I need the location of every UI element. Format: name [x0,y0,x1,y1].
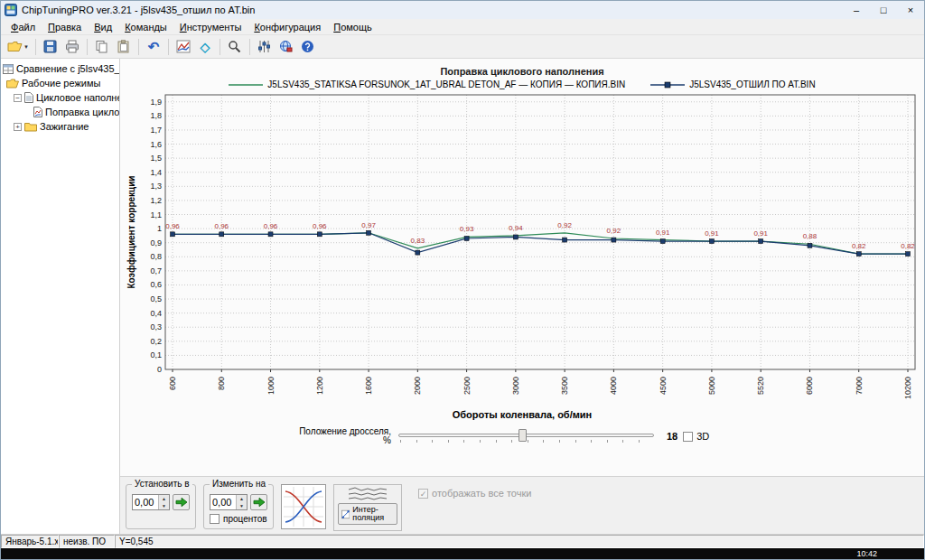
undo-button[interactable]: ↶ [143,37,164,57]
tree-item-label: Рабочие режимы [22,78,100,89]
titlebar: ChipTuningPRO ver.3.21 - j5lsv435_отшил … [1,1,924,19]
svg-text:3500: 3500 [560,377,569,395]
tree-item-label: Зажигание [40,121,89,132]
svg-text:1,7: 1,7 [150,126,162,135]
save-button[interactable] [40,37,61,57]
svg-text:2500: 2500 [462,377,472,395]
collapse-icon[interactable]: − [14,94,22,102]
legend-label: J5LSV435_ОТШИЛ ПО AT.BIN [689,79,815,89]
edit-panel: Установить в ▲ ▼ [120,476,924,534]
svg-text:0,7: 0,7 [150,266,162,275]
menu-item-view[interactable]: Вид [88,21,118,33]
checkbox-label: 3D [696,431,709,442]
toolbar-separator [35,39,36,55]
interpolation-button[interactable]: Интер-поляция [338,503,397,525]
menu-item-configuration[interactable]: Конфигурация [248,21,327,33]
interpolation-label: Интер-поляция [352,506,394,522]
svg-text:0,96: 0,96 [214,222,229,230]
expand-icon[interactable]: + [14,123,22,131]
menu-item-help[interactable]: Помощь [327,21,378,33]
menu-item-commands[interactable]: Команды [118,21,173,33]
print-button[interactable] [61,37,83,57]
set-value-input[interactable] [133,495,158,509]
open-button[interactable]: ▼ [5,37,32,57]
legend-item-otshil: J5LSV435_ОТШИЛ ПО AT.BIN [650,79,815,89]
throttle-row: Положение дросселя, % 18 3D [120,427,924,445]
svg-text:1,2: 1,2 [150,196,162,205]
svg-text:0,2: 0,2 [150,337,162,346]
svg-text:1,5: 1,5 [150,154,162,163]
compare-button[interactable]: ◇ [194,37,216,57]
window-title: ChipTuningPRO ver.3.21 - j5lsv435_отшил … [22,5,843,15]
minimize-button[interactable]: – [843,1,870,19]
checkbox-label: процентов [223,514,267,524]
svg-text:5000: 5000 [707,377,716,395]
menu-item-file[interactable]: Файл [5,21,42,33]
maximize-button[interactable]: □ [870,1,897,19]
svg-text:10200: 10200 [903,377,912,399]
menu-item-tools[interactable]: Инструменты [173,21,248,33]
slider-thumb[interactable] [519,429,527,442]
checkbox-box[interactable] [683,432,693,442]
globe-icon [279,40,293,53]
x-axis-label: Обороты коленвала, об/мин [120,409,924,420]
svg-text:0,6: 0,6 [150,280,162,289]
tree-item-correction[interactable]: Поправка циклового [3,105,119,119]
question-icon [301,40,314,53]
svg-text:0,5: 0,5 [150,294,162,303]
folder-open-icon [6,79,19,89]
change-apply-button[interactable] [250,494,267,510]
status-language: Январь-5.1.x [1,535,59,548]
tree-item-cyclic-filling[interactable]: − Цикловое наполнение [3,90,119,105]
paste-button[interactable] [113,37,135,57]
menubar: Файл Правка Вид Команды Инструменты Конф… [1,19,924,35]
svg-text:1,8: 1,8 [150,111,162,120]
svg-text:0,96: 0,96 [264,222,278,230]
chart-canvas[interactable]: 00,10,20,30,40,50,60,70,80,911,11,21,31,… [124,89,922,411]
legend-label: J5LSV435_STATIKSA FORSUNOK_1AT_UBRAL DET… [267,79,625,89]
set-group: Установить в ▲ ▼ [126,484,196,529]
change-value-spinbox: ▲ ▼ [210,494,248,510]
spin-up-icon[interactable]: ▲ [237,495,247,502]
tree-item-comparison[interactable]: Сравнение с j5lsv435_statiksa fo [3,61,119,76]
svg-text:0,1: 0,1 [150,350,162,359]
svg-text:3000: 3000 [511,377,520,395]
menu-item-edit[interactable]: Правка [42,21,88,33]
spin-down-icon[interactable]: ▼ [237,502,247,509]
svg-text:6000: 6000 [805,377,814,395]
svg-text:1,3: 1,3 [150,182,162,191]
svg-text:4500: 4500 [659,377,668,395]
percent-checkbox[interactable]: процентов [210,514,267,524]
svg-text:Коэффициент коррекции: Коэффициент коррекции [126,175,136,288]
chart-title: Поправка циклового наполнения [120,66,924,77]
zoom-button[interactable] [224,37,246,57]
svg-text:0,92: 0,92 [557,221,572,229]
legend-item-statiksa: J5LSV435_STATIKSA FORSUNOK_1AT_UBRAL DET… [229,79,625,89]
copy-button[interactable] [91,37,113,57]
spin-up-icon[interactable]: ▲ [159,495,169,502]
throttle-slider[interactable] [398,428,654,444]
magnifier-icon [228,40,241,53]
document-icon [24,92,33,103]
online-button[interactable] [276,37,297,57]
tree-item-working-modes[interactable]: Рабочие режимы [3,76,119,90]
paste-icon [117,40,130,53]
close-button[interactable]: × [897,1,924,19]
settings-button[interactable] [254,37,276,57]
chart-view-button[interactable] [173,37,194,57]
svg-text:7000: 7000 [855,377,864,395]
set-apply-button[interactable] [173,494,190,510]
svg-text:0,96: 0,96 [313,222,327,230]
tree-item-ignition[interactable]: + Зажигание [3,119,119,134]
change-value-input[interactable] [210,495,236,509]
svg-text:0,8: 0,8 [150,252,162,261]
checkbox-3d[interactable]: 3D [683,431,709,442]
checkbox-box[interactable] [210,514,220,524]
folder-open-icon [7,40,23,53]
svg-text:0: 0 [157,365,162,374]
green-arrow-icon [175,497,188,508]
curves-button[interactable] [281,484,326,529]
spin-down-icon[interactable]: ▼ [159,502,169,509]
tree-item-label: Сравнение с j5lsv435_statiksa fo [16,63,119,74]
help-button[interactable] [297,37,319,57]
